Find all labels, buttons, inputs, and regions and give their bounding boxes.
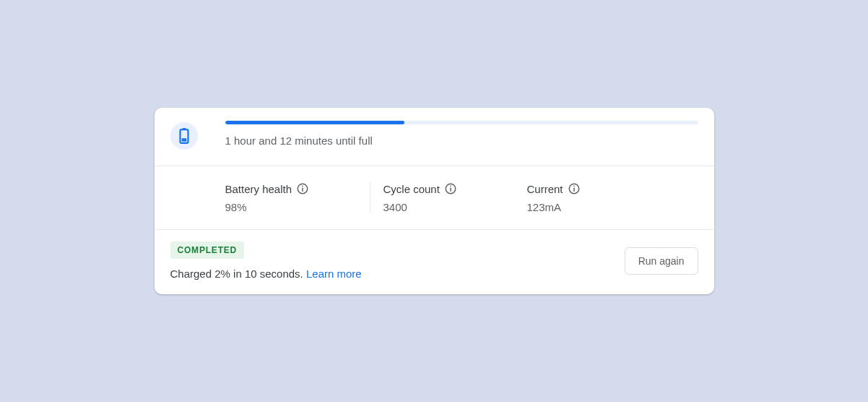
svg-rect-5 xyxy=(302,186,303,187)
charge-progress-bar xyxy=(225,121,698,124)
svg-rect-10 xyxy=(573,188,575,192)
footer-left: COMPLETED Charged 2% in 10 seconds. Lear… xyxy=(170,241,362,280)
battery-health-value: 98% xyxy=(225,201,341,213)
cycle-count-label: Cycle count xyxy=(383,183,440,195)
info-icon[interactable] xyxy=(568,182,581,195)
battery-icon xyxy=(170,122,198,150)
svg-rect-1 xyxy=(182,128,185,129)
stat-label: Current xyxy=(527,182,581,195)
stat-cycle-count: Cycle count 3400 xyxy=(370,182,514,213)
charge-result: Charged 2% in 10 seconds. xyxy=(170,268,303,280)
stat-label: Battery health xyxy=(225,182,341,195)
stat-label: Cycle count xyxy=(383,182,485,195)
run-again-button[interactable]: Run again xyxy=(625,247,698,275)
battery-diagnostics-card: 1 hour and 12 minutes until full Battery… xyxy=(155,108,714,294)
charge-progress-fill xyxy=(225,121,405,124)
stat-battery-health: Battery health 98% xyxy=(225,182,370,213)
current-value: 123mA xyxy=(527,201,581,213)
svg-rect-7 xyxy=(450,188,451,192)
svg-rect-11 xyxy=(573,186,575,187)
footer-section: COMPLETED Charged 2% in 10 seconds. Lear… xyxy=(155,230,714,294)
svg-rect-2 xyxy=(181,138,186,141)
stat-current: Current 123mA xyxy=(514,182,609,213)
status-badge: COMPLETED xyxy=(170,241,245,259)
cycle-count-value: 3400 xyxy=(383,201,485,213)
time-until-full: 1 hour and 12 minutes until full xyxy=(225,134,698,147)
learn-more-link[interactable]: Learn more xyxy=(306,268,362,280)
stats-row: Battery health 98% Cycle count 3400 Curr… xyxy=(155,166,714,229)
current-label: Current xyxy=(527,183,563,195)
result-text: Charged 2% in 10 seconds. Learn more xyxy=(170,268,362,280)
charge-section: 1 hour and 12 minutes until full xyxy=(155,108,714,166)
svg-rect-4 xyxy=(302,188,303,192)
charge-info: 1 hour and 12 minutes until full xyxy=(225,121,698,147)
svg-rect-8 xyxy=(450,186,451,187)
info-icon[interactable] xyxy=(296,182,309,195)
info-icon[interactable] xyxy=(444,182,457,195)
battery-health-label: Battery health xyxy=(225,183,292,195)
